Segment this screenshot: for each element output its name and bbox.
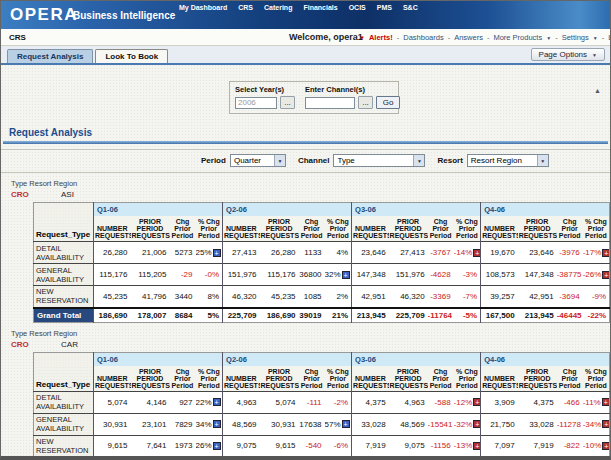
value-cell: 46,320 — [223, 286, 260, 308]
table-row: NEW RESERVATION9,6157,641197326%+9,0759,… — [34, 435, 610, 457]
negative-change-icon[interactable]: + — [602, 398, 610, 406]
channel-browse-button[interactable]: ... — [358, 96, 373, 109]
resort-select[interactable]: Resort Region ▼ — [467, 154, 549, 167]
tab-underline — [1, 63, 610, 65]
measure-header: NUMBER REQUESTS — [352, 216, 389, 242]
year-input[interactable] — [235, 97, 277, 109]
period-select[interactable]: Quarter ▼ — [230, 154, 286, 167]
nav-item-financials[interactable]: Financials — [303, 4, 337, 11]
positive-change-icon[interactable]: + — [342, 420, 350, 428]
breadcrumb: CRS — [9, 33, 26, 42]
negative-change-icon[interactable]: + — [473, 442, 480, 450]
measure-header: % Chg Prior Period — [583, 366, 610, 392]
welcome-bar: CRS Welcome, opera1 ▼ Alerts! - Dashboar… — [1, 29, 610, 46]
collapse-section-icon[interactable]: ▲ — [594, 87, 601, 94]
page-options-button[interactable]: Page Options ▼ — [531, 48, 605, 61]
value-cell: 213,945 — [352, 308, 389, 323]
value-cell: -11278 — [557, 413, 583, 435]
value-cell: 4,963 — [223, 391, 260, 413]
positive-change-icon[interactable]: + — [213, 249, 221, 257]
negative-change-icon[interactable]: + — [602, 442, 609, 450]
value-cell: 151,976 — [223, 264, 260, 286]
quarter-header: Q2-06 — [223, 203, 352, 217]
table-row: DETAIL AVAILABILITY26,28021,006527325%+2… — [34, 242, 610, 264]
alerts-link[interactable]: Alerts! — [369, 33, 393, 42]
measure-header: % Chg Prior Period — [454, 216, 481, 242]
value-cell: 1085 — [299, 286, 325, 308]
negative-change-icon[interactable]: + — [602, 249, 609, 257]
value-cell: 147,348 — [352, 264, 389, 286]
nav-item-catering[interactable]: Catering — [264, 4, 292, 11]
negative-change-icon[interactable]: + — [602, 420, 609, 428]
value-cell: -0% — [196, 264, 223, 286]
value-cell: 21% — [325, 308, 352, 323]
chevron-down-icon: ▼ — [274, 155, 285, 166]
value-cell: 8684 — [170, 308, 196, 323]
row-dimension-header: Request_Type — [34, 366, 94, 392]
measure-header: % Chg Prior Period — [325, 216, 352, 242]
channel-select[interactable]: Type ▼ — [333, 154, 425, 167]
positive-change-icon[interactable]: + — [342, 271, 350, 279]
negative-change-icon[interactable]: + — [473, 249, 480, 257]
positive-change-icon[interactable]: + — [213, 420, 221, 428]
value-cell: 3440 — [170, 286, 196, 308]
measure-header: Chg Prior Period — [170, 216, 196, 242]
nav-item-ocis[interactable]: OCIS — [349, 4, 366, 11]
table-row: NEW RESERVATION45,23541,79634408%46,3204… — [34, 286, 610, 308]
nav-item-crs[interactable]: CRS — [238, 4, 253, 11]
row-label: NEW RESERVATION — [34, 286, 94, 308]
value-cell: 45,235 — [260, 286, 299, 308]
value-cell: 4,963 — [389, 391, 428, 413]
dashboards-link[interactable]: Dashboards — [403, 33, 443, 42]
settings-link[interactable]: Settings — [562, 33, 589, 42]
go-button[interactable]: Go — [376, 96, 400, 109]
negative-change-icon[interactable]: + — [602, 271, 609, 279]
channel-filter-label: Enter Channel(s) — [305, 85, 400, 94]
top-banner: OPERA Business Intelligence My Dashboard… — [1, 1, 610, 29]
measure-header: Chg Prior Period — [557, 366, 583, 392]
value-cell: 57%+ — [325, 413, 352, 435]
year-browse-button[interactable]: ... — [280, 96, 295, 109]
value-cell: -29 — [170, 264, 196, 286]
value-cell: -17%+ — [583, 242, 610, 264]
measure-header: Chg Prior Period — [299, 216, 325, 242]
measure-header: NUMBER REQUESTS — [223, 366, 260, 392]
answers-link[interactable]: Answers — [454, 33, 483, 42]
value-cell: -34%+ — [583, 413, 610, 435]
value-cell: 7,919 — [352, 435, 389, 457]
row-label: GENERAL AVAILABILITY — [34, 413, 94, 435]
quarter-header: Q1-06 — [94, 352, 223, 366]
channel-input[interactable] — [305, 97, 355, 109]
nav-item-sc[interactable]: S&C — [403, 4, 418, 11]
value-cell: -3694 — [557, 286, 583, 308]
positive-change-icon[interactable]: + — [213, 398, 221, 406]
value-cell: 4,375 — [518, 391, 557, 413]
more-products-link[interactable]: More Products — [493, 33, 542, 42]
tab-request-analysis[interactable]: Request Analysis — [7, 49, 93, 63]
value-cell: 45,235 — [94, 286, 131, 308]
value-cell: 48,569 — [389, 413, 428, 435]
measure-header: NUMBER REQUESTS — [94, 216, 131, 242]
value-cell: -540 — [299, 435, 325, 457]
report-title: Request Analysis — [9, 127, 610, 138]
nav-item-pms[interactable]: PMS — [377, 4, 392, 11]
chevron-down-icon: ▼ — [537, 155, 548, 166]
measure-header: NUMBER REQUESTS — [481, 216, 518, 242]
value-cell: 26,280 — [260, 242, 299, 264]
value-cell: 21,750 — [481, 413, 518, 435]
negative-change-icon[interactable]: + — [473, 420, 480, 428]
measure-header: Chg Prior Period — [170, 366, 196, 392]
measure-header: PRIOR PERIOD REQUESTS — [389, 216, 428, 242]
pivot-table-asi: Q1-06Q2-06Q3-06Q4-06Request_TypeNUMBER R… — [33, 202, 610, 323]
region-group-label: Type Resort Region — [11, 329, 610, 338]
negative-change-icon[interactable]: + — [473, 398, 480, 406]
row-label: DETAIL AVAILABILITY — [34, 391, 94, 413]
tab-look-to-book[interactable]: Look To Book — [95, 49, 168, 63]
measure-header: Chg Prior Period — [428, 366, 454, 392]
measure-header: NUMBER REQUESTS — [223, 216, 260, 242]
value-cell: 115,205 — [131, 264, 170, 286]
value-cell: 30,931 — [260, 413, 299, 435]
positive-change-icon[interactable]: + — [213, 442, 221, 450]
value-cell: -3369 — [428, 286, 454, 308]
nav-item-my-dashboard[interactable]: My Dashboard — [179, 4, 227, 11]
